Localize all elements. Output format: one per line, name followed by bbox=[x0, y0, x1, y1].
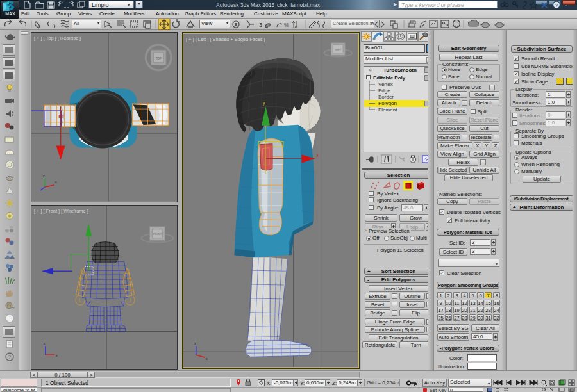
svg-text:3: 3 bbox=[259, 22, 262, 28]
svg-text:x: x bbox=[55, 180, 57, 184]
svg-text:x: x bbox=[206, 357, 208, 361]
svg-text:?: ? bbox=[555, 3, 558, 8]
svg-text:LEFT: LEFT bbox=[335, 48, 341, 51]
svg-text:FRONT: FRONT bbox=[153, 233, 162, 236]
svg-text:[ + ] [ Front ] [ Wireframe ]: [ + ] [ Front ] [ Wireframe ] bbox=[34, 208, 88, 214]
svg-text:?: ? bbox=[8, 354, 12, 360]
svg-text:x: x bbox=[56, 354, 58, 357]
svg-text:x: x bbox=[316, 153, 319, 158]
svg-text:y: y bbox=[43, 174, 45, 177]
svg-text:y: y bbox=[263, 101, 265, 106]
svg-text:z: z bbox=[44, 341, 46, 345]
svg-text:[ + ] [ Top ] [ Realistic ]: [ + ] [ Top ] [ Realistic ] bbox=[34, 35, 81, 41]
svg-text:TOP: TOP bbox=[156, 57, 162, 60]
svg-text:[ + ] [ Left ] [ Shaded + Edge: [ + ] [ Left ] [ Shaded + Edged Faces ] bbox=[186, 37, 265, 42]
svg-text:z: z bbox=[194, 341, 196, 345]
svg-text:%: % bbox=[284, 22, 289, 28]
